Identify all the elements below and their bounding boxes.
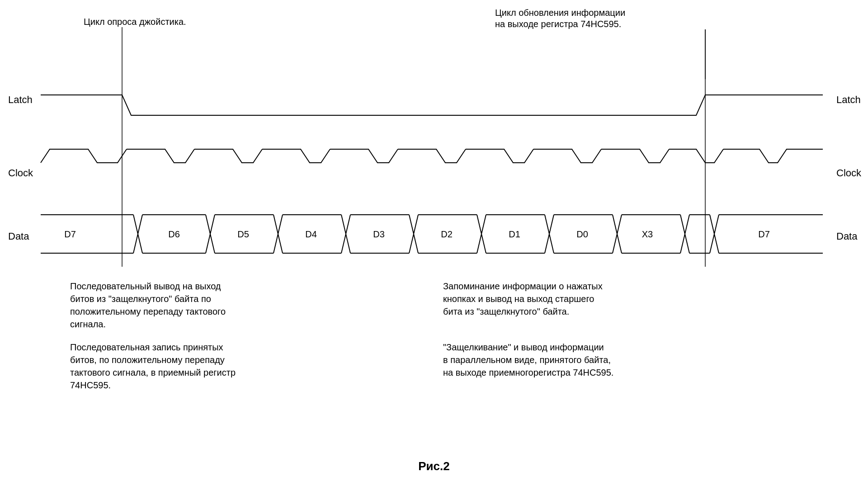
annotation-top-left: Цикл опроса джойстика.	[84, 17, 186, 27]
clock-label-right: Clock	[836, 167, 862, 179]
annotation-br1-l2: кнопках и вывод на выход старшего	[443, 294, 594, 304]
annotation-br2-l1: "Защелкивание" и вывод информации	[443, 342, 604, 352]
data-d0: D0	[576, 229, 588, 239]
annotation-bl1-l4: сигнала.	[70, 319, 106, 329]
annotation-bl1-l2: битов из "защелкнутого" байта по	[70, 294, 211, 304]
data-d3: D3	[373, 229, 385, 239]
data-d6: D6	[168, 229, 180, 239]
annotation-top-right-2: на выходе регистра 74HC595.	[495, 19, 621, 29]
annotation-bl2-l3: тактового сигнала, в приемный регистр	[70, 368, 236, 377]
data-d7-first: D7	[64, 229, 76, 239]
latch-label-right: Latch	[836, 94, 861, 105]
annotation-br1-l3: бита из "защелкнутого" байта.	[443, 307, 569, 316]
figure-title: Рис.2	[418, 459, 449, 473]
annotation-top-right-1: Цикл обновления информации	[495, 8, 625, 18]
annotation-br1-l1: Запоминание информации о нажатых	[443, 281, 603, 291]
data-label-right: Data	[836, 231, 858, 242]
data-d5: D5	[237, 229, 249, 239]
latch-label-left: Latch	[8, 94, 33, 105]
data-x3: X3	[642, 229, 653, 239]
annotation-bl1-l3: положительному перепаду тактового	[70, 307, 226, 316]
annotation-bl1-l1: Последовательный вывод на выход	[70, 281, 221, 291]
annotation-br2-l3: на выходе приемногорегистра 74HC595.	[443, 368, 613, 377]
annotation-bl2-l1: Последовательная запись принятых	[70, 342, 223, 352]
annotation-bl2-l4: 74HC595.	[70, 380, 111, 390]
annotation-bl2-l2: битов, по положительному перепаду	[70, 355, 225, 365]
clock-label-left: Clock	[8, 167, 33, 179]
annotation-br2-l2: в параллельном виде, принятого байта,	[443, 355, 611, 365]
data-d1: D1	[509, 229, 520, 239]
data-d4: D4	[305, 229, 317, 239]
data-label-left: Data	[8, 231, 29, 242]
diagram-container: Latch Clock Data Latch Clock Data Цикл о…	[0, 0, 868, 500]
data-d7-second: D7	[758, 229, 770, 239]
data-d2: D2	[441, 229, 453, 239]
